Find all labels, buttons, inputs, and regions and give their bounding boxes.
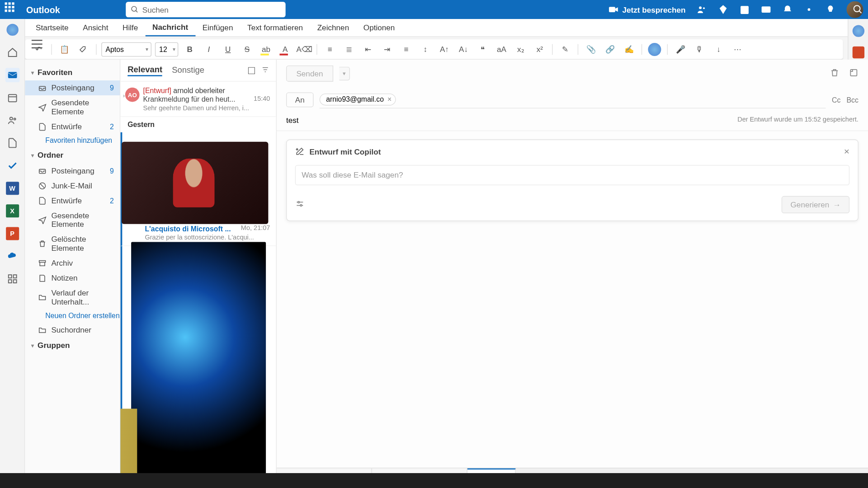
tab-ansicht[interactable]: Ansicht: [75, 19, 115, 36]
to-button[interactable]: An: [286, 92, 314, 107]
paste-button[interactable]: 📋: [57, 42, 72, 57]
mail-add-icon[interactable]: [761, 4, 772, 15]
nav-sent-fav[interactable]: Gesendete Elemente: [25, 95, 120, 119]
tab-text-formatieren[interactable]: Text formatieren: [240, 19, 310, 36]
rr-app1-icon[interactable]: [852, 47, 864, 58]
search-input[interactable]: Suchen: [126, 2, 285, 17]
font-size-select[interactable]: 12: [155, 42, 179, 56]
read-aloud-button[interactable]: 🎙: [692, 42, 707, 57]
rail-more-apps-icon[interactable]: [5, 272, 19, 286]
align-button[interactable]: ≡: [398, 42, 414, 57]
font-color-button[interactable]: A: [278, 42, 293, 57]
to-field[interactable]: arnio93@gmail.co ×: [320, 91, 826, 108]
tab-optionen[interactable]: Optionen: [356, 19, 402, 36]
rail-word-icon[interactable]: W: [5, 181, 19, 196]
rail-mail-icon[interactable]: [5, 68, 19, 82]
favorites-header[interactable]: Favoriten: [25, 64, 120, 80]
send-button[interactable]: Senden: [286, 66, 333, 82]
nav-search-folders[interactable]: Suchordner: [25, 322, 120, 337]
decrease-font-button[interactable]: A↓: [456, 42, 471, 57]
tab-einfuegen[interactable]: Einfügen: [195, 19, 240, 36]
italic-button[interactable]: I: [201, 42, 217, 57]
tab-hilfe[interactable]: Hilfe: [115, 19, 145, 36]
numbering-button[interactable]: ≣: [341, 42, 357, 57]
hamburger-icon[interactable]: [32, 40, 42, 48]
add-favorite-link[interactable]: Favoriten hinzufügen: [25, 134, 120, 147]
format-painter-button[interactable]: [75, 42, 91, 57]
teams-icon[interactable]: [696, 4, 707, 15]
bell-icon[interactable]: [782, 4, 793, 15]
font-family-select[interactable]: Aptos: [101, 42, 151, 56]
diamond-icon[interactable]: [718, 4, 729, 15]
nav-inbox[interactable]: Posteingang9: [25, 163, 120, 178]
nav-deleted[interactable]: Gelöschte Elemente: [25, 232, 120, 256]
indent-button[interactable]: ⇥: [379, 42, 395, 57]
copilot-adjust-icon[interactable]: [295, 199, 305, 211]
more-button[interactable]: ⋯: [730, 42, 745, 57]
app-launcher-icon[interactable]: [5, 2, 19, 17]
groups-header[interactable]: Gruppen: [25, 337, 120, 353]
nav-notes[interactable]: Notizen: [25, 271, 120, 286]
remove-recipient-icon[interactable]: ×: [387, 95, 392, 103]
line-spacing-button[interactable]: ↕: [418, 42, 433, 57]
clear-format-button[interactable]: A⌫: [297, 42, 312, 57]
meet-now-button[interactable]: Jetzt besprechen: [608, 4, 686, 15]
subject-input[interactable]: [286, 116, 406, 125]
change-case-button[interactable]: aA: [494, 42, 509, 57]
rail-home-icon[interactable]: [5, 45, 19, 60]
bullets-button[interactable]: ≡: [322, 42, 338, 57]
rail-copilot-icon[interactable]: [5, 23, 19, 37]
nav-junk[interactable]: Junk-E-Mail: [25, 178, 120, 193]
select-all-icon[interactable]: ☐: [247, 65, 255, 76]
new-folder-link[interactable]: Neuen Ordner erstellen: [25, 309, 120, 322]
nav-sent[interactable]: Gesendete Elemente: [25, 208, 120, 232]
bold-button[interactable]: B: [182, 42, 198, 57]
nav-drafts-fav[interactable]: Entwürfe2: [25, 119, 120, 134]
editor-button[interactable]: ✎: [557, 42, 573, 57]
nav-drafts[interactable]: Entwürfe2: [25, 193, 120, 208]
filter-icon[interactable]: [262, 65, 269, 76]
bcc-button[interactable]: Bcc: [847, 96, 859, 104]
rail-calendar-icon[interactable]: [5, 90, 19, 105]
underline-button[interactable]: U: [220, 42, 236, 57]
tab-other[interactable]: Sonstige: [172, 65, 204, 76]
lightbulb-icon[interactable]: [825, 4, 836, 15]
rr-copilot-icon[interactable]: [852, 25, 864, 37]
rail-onedrive-icon[interactable]: [5, 249, 19, 263]
dictate-button[interactable]: 🎤: [673, 42, 688, 57]
tab-relevant[interactable]: Relevant: [127, 64, 162, 76]
close-copilot-icon[interactable]: ×: [844, 146, 849, 157]
recipient-chip[interactable]: arnio93@gmail.co ×: [320, 94, 396, 105]
cc-button[interactable]: Cc: [832, 96, 840, 104]
strikethrough-button[interactable]: S: [239, 42, 255, 57]
outdent-button[interactable]: ⇤: [360, 42, 376, 57]
nav-inbox-fav[interactable]: Posteingang9: [25, 80, 120, 95]
generate-button[interactable]: Generieren →: [782, 196, 849, 213]
settings-icon[interactable]: [804, 4, 815, 15]
highlight-button[interactable]: ab: [258, 42, 274, 57]
increase-font-button[interactable]: A↑: [437, 42, 452, 57]
superscript-button[interactable]: x²: [532, 42, 547, 57]
calendar-day-icon[interactable]: [739, 4, 750, 15]
tab-startseite[interactable]: Startseite: [28, 19, 75, 36]
tab-nachricht[interactable]: Nachricht: [145, 19, 195, 36]
rail-people-icon[interactable]: [5, 113, 19, 128]
quote-button[interactable]: ❝: [475, 42, 490, 57]
nav-archive[interactable]: Archiv: [25, 256, 120, 271]
taskbar-search-icon[interactable]: [848, 0, 868, 19]
folders-header[interactable]: Ordner: [25, 147, 120, 164]
rail-excel-icon[interactable]: X: [5, 204, 19, 218]
popout-icon[interactable]: [849, 68, 859, 80]
rail-todo-icon[interactable]: [5, 159, 19, 173]
copilot-toolbar-button[interactable]: [647, 42, 662, 57]
expand-icon[interactable]: ›: [123, 92, 125, 99]
attach-button[interactable]: 📎: [583, 42, 599, 57]
send-dropdown-button[interactable]: ▾: [339, 67, 350, 80]
subscript-button[interactable]: x₂: [513, 42, 528, 57]
download-button[interactable]: ↓: [711, 42, 726, 57]
nav-history[interactable]: Verlauf der Unterhalt...: [25, 286, 120, 310]
signature-button[interactable]: ✍: [622, 42, 637, 57]
rail-powerpoint-icon[interactable]: P: [5, 226, 19, 241]
link-button[interactable]: 🔗: [602, 42, 618, 57]
copilot-prompt-input[interactable]: Was soll diese E-Mail sagen?: [295, 165, 849, 185]
